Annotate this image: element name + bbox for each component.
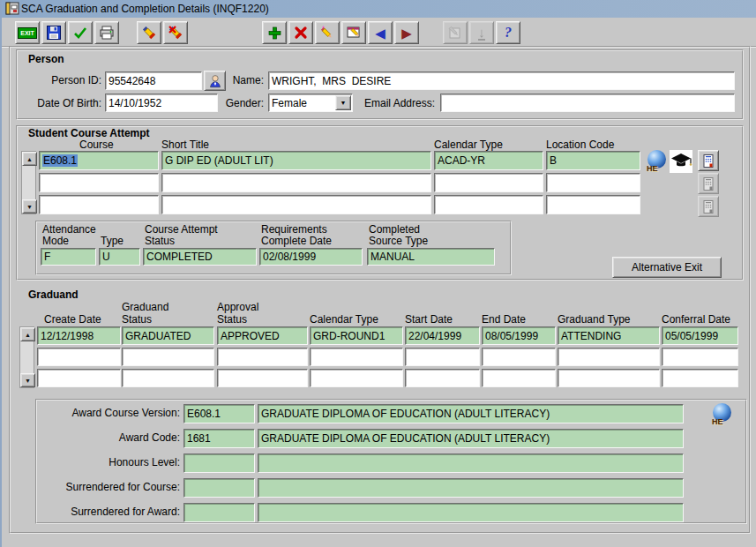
accept-button[interactable] — [68, 21, 93, 44]
create-date-field[interactable]: 12/12/1998 — [37, 326, 121, 345]
sca-col-location-code: Location Code — [546, 139, 614, 151]
edit-pencil-icon — [447, 25, 463, 41]
start-date-field[interactable]: 22/04/1999 — [405, 326, 480, 345]
sca-course-field[interactable]: E608.1 — [39, 151, 159, 170]
note-button-1[interactable] — [698, 150, 719, 171]
honours-level-desc-field[interactable] — [258, 453, 684, 473]
note-icon — [701, 199, 715, 214]
graduand-status-field[interactable] — [122, 369, 214, 387]
sca-calendar-type-field[interactable] — [434, 195, 543, 214]
surrendered-for-course-desc-field[interactable] — [258, 478, 684, 498]
title-bar[interactable]: SCA Graduation and Completion Details (I… — [2, 0, 756, 18]
award-course-version-desc-field[interactable]: GRADUATE DIPLOMA OF EDUCATION (ADULT LIT… — [258, 404, 684, 423]
start-date-field[interactable] — [405, 369, 480, 387]
dob-field[interactable]: 14/10/1952 — [105, 94, 218, 112]
next-block-button[interactable]: ▶ — [394, 21, 419, 44]
create-date-field[interactable] — [37, 348, 121, 366]
he-globe-icon: HE — [647, 150, 668, 173]
email-field[interactable] — [440, 94, 735, 112]
surrendered-for-course-code-field[interactable] — [183, 478, 255, 498]
sca-location-code-field[interactable] — [546, 173, 640, 192]
surrendered-for-award-desc-field[interactable] — [258, 503, 684, 522]
graduand-type-field[interactable]: ATTENDING — [558, 326, 660, 345]
insert-record-button[interactable] — [262, 21, 287, 44]
end-date-field[interactable]: 08/05/1999 — [482, 326, 556, 345]
conferral-date-field[interactable] — [662, 369, 738, 387]
surrendered-for-course-label: Surrendered for Course: — [37, 481, 180, 493]
previous-block-button[interactable]: ◀ — [368, 21, 393, 44]
sca-location-code-field[interactable] — [546, 195, 640, 214]
approval-status-header-2: Status — [217, 313, 247, 326]
sca-short-title-field[interactable] — [161, 173, 431, 192]
sca-col-short-title: Short Title — [161, 139, 209, 151]
scroll-down-icon[interactable]: ▼ — [20, 373, 35, 387]
award-course-version-code-field[interactable]: E608.1 — [183, 404, 255, 423]
sca-calendar-type-field[interactable] — [434, 173, 543, 192]
sca-calendar-type-field[interactable]: ACAD-YR — [434, 151, 543, 170]
right-arrow-icon: ▶ — [401, 26, 412, 40]
graduand-type-field[interactable] — [558, 348, 660, 366]
alternative-exit-button[interactable]: Alternative Exit — [612, 257, 722, 278]
update-record-button[interactable] — [315, 21, 340, 44]
graduand-scrollbar[interactable]: ▲ ▼ — [19, 326, 34, 388]
gender-select[interactable]: Female ▼ — [268, 94, 353, 112]
calendar-type-field[interactable] — [310, 369, 403, 387]
attendance-mode-field[interactable]: F — [41, 248, 96, 266]
calendar-type-field[interactable] — [310, 348, 403, 366]
honours-level-code-field[interactable] — [183, 453, 255, 473]
approval-status-header-1: Approval — [217, 301, 258, 313]
scroll-up-icon[interactable]: ▲ — [20, 327, 35, 341]
course-attempt-header: Course Attempt — [145, 223, 218, 236]
printer-icon — [99, 25, 115, 41]
sca-short-title-field[interactable]: G DIP ED (ADULT LIT) — [161, 151, 431, 170]
gender-label: Gender: — [213, 97, 264, 109]
sca-location-code-field[interactable]: B — [546, 151, 640, 170]
edit-field-button[interactable] — [341, 21, 366, 44]
mode-header: Mode — [42, 235, 69, 247]
cancel-query-button[interactable] — [163, 21, 188, 44]
conferral-date-field[interactable] — [662, 348, 738, 366]
completed-source-type-field[interactable]: MANUAL — [367, 248, 495, 266]
sca-course-value: E608.1 — [42, 154, 78, 167]
help-button[interactable]: ? — [496, 21, 520, 44]
approval-status-field[interactable] — [217, 369, 308, 387]
calendar-type-header: Calendar Type — [310, 313, 378, 326]
attendance-type-field[interactable]: U — [99, 248, 140, 266]
chevron-down-icon[interactable]: ▼ — [335, 95, 351, 110]
plus-icon — [266, 25, 282, 41]
attendance-header: Attendance — [42, 223, 96, 236]
sca-course-field[interactable] — [39, 173, 159, 192]
start-date-field[interactable] — [405, 348, 480, 366]
application-window: SCA Graduation and Completion Details (I… — [0, 0, 756, 547]
sca-course-field[interactable] — [39, 195, 159, 214]
conferral-date-header: Conferral Date — [662, 313, 730, 326]
approval-status-field[interactable] — [217, 348, 308, 366]
scroll-up-icon[interactable]: ▲ — [22, 152, 37, 166]
save-button[interactable] — [41, 21, 66, 44]
sca-short-title-field[interactable] — [161, 195, 431, 214]
name-field[interactable]: WRIGHT, MRS DESIRE — [268, 71, 735, 90]
source-type-header: Source Type — [369, 235, 428, 247]
person-id-field[interactable]: 95542648 — [105, 71, 202, 90]
conferral-date-field[interactable]: 05/05/1999 — [662, 326, 738, 345]
surrendered-for-award-code-field[interactable] — [183, 503, 255, 522]
status-header: Status — [145, 235, 175, 247]
graduand-type-field[interactable] — [558, 369, 660, 387]
calendar-type-field[interactable]: GRD-ROUND1 — [310, 326, 403, 345]
award-code-desc-field[interactable]: GRADUATE DIPLOMA OF EDUCATION (ADULT LIT… — [258, 429, 684, 448]
approval-status-field[interactable]: APPROVED — [217, 326, 308, 345]
graduand-status-field[interactable] — [122, 348, 214, 366]
course-attempt-status-field[interactable]: COMPLETED — [143, 248, 257, 266]
scroll-down-icon[interactable]: ▼ — [22, 199, 37, 214]
print-button[interactable] — [94, 21, 119, 44]
create-date-field[interactable] — [37, 369, 121, 387]
delete-record-button[interactable] — [288, 21, 313, 44]
end-date-field[interactable] — [482, 348, 556, 366]
end-date-field[interactable] — [482, 369, 556, 387]
enter-query-button[interactable] — [137, 21, 161, 44]
exit-button[interactable]: EXIT — [15, 21, 40, 44]
requirements-complete-date-field[interactable]: 02/08/1999 — [259, 248, 363, 266]
graduand-status-field[interactable]: GRADUATED — [122, 326, 214, 345]
sca-scrollbar[interactable]: ▲ ▼ — [21, 151, 36, 214]
award-code-field[interactable]: 1681 — [183, 429, 255, 448]
